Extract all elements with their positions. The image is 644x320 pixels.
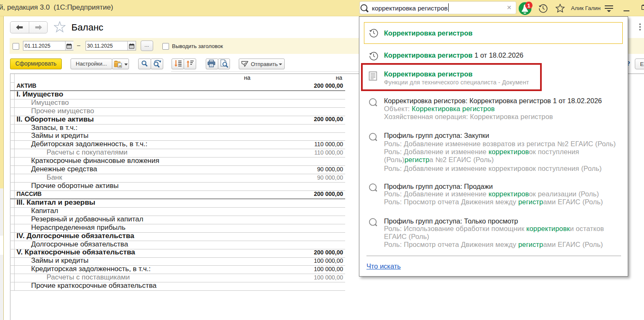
svg-text:1: 1 [527, 3, 530, 9]
